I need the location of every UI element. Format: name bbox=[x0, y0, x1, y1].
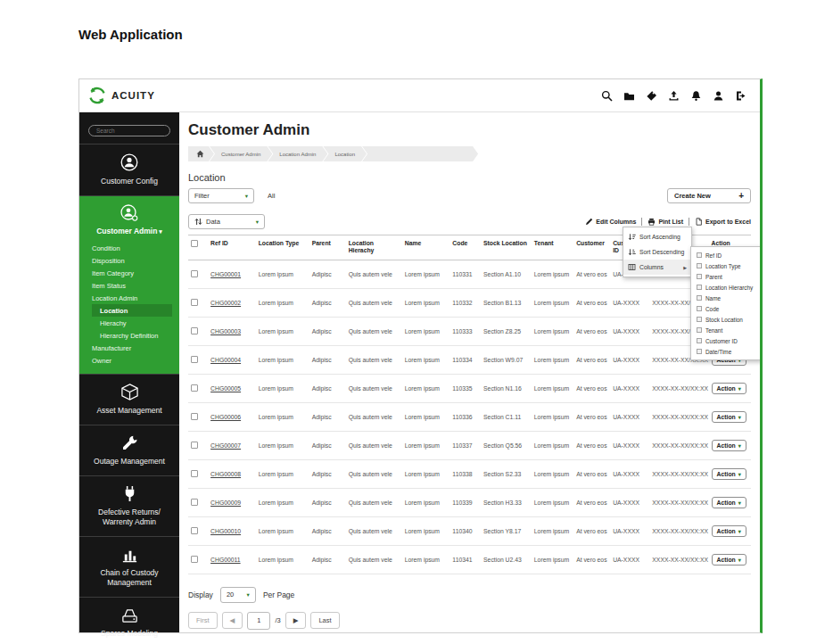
folder-icon[interactable] bbox=[623, 90, 635, 102]
sidebar-item-chain-of-custody[interactable]: Chain of Custody Management bbox=[79, 537, 179, 597]
per-page-label: Per Page bbox=[263, 590, 294, 599]
action-dropdown[interactable]: Action bbox=[712, 468, 746, 480]
ref-id-link[interactable]: CHG00007 bbox=[210, 442, 241, 449]
sidebar-item-location-admin[interactable]: Location Admin bbox=[92, 292, 179, 304]
action-dropdown[interactable]: Action bbox=[712, 554, 746, 566]
logout-icon[interactable] bbox=[735, 90, 746, 102]
menu-item-sort-ascending[interactable]: Sort Ascending bbox=[623, 229, 691, 244]
column-checkbox[interactable] bbox=[697, 349, 702, 354]
create-new-button[interactable]: Create New + bbox=[667, 188, 751, 203]
submenu-column-item[interactable]: Parent bbox=[691, 271, 760, 282]
submenu-column-item[interactable]: Location Hierarchy bbox=[691, 282, 760, 293]
row-checkbox[interactable] bbox=[191, 384, 198, 392]
row-checkbox[interactable] bbox=[191, 327, 198, 334]
column-checkbox[interactable] bbox=[697, 263, 702, 268]
last-page-button[interactable]: Last bbox=[310, 612, 339, 629]
row-checkbox[interactable] bbox=[191, 556, 198, 563]
sidebar-item-disposition[interactable]: Disposition bbox=[92, 254, 179, 267]
page-number-input[interactable] bbox=[247, 612, 270, 630]
ref-id-link[interactable]: CHG00008 bbox=[210, 471, 241, 477]
column-checkbox[interactable] bbox=[697, 285, 702, 290]
row-checkbox[interactable] bbox=[191, 499, 198, 506]
row-checkbox[interactable] bbox=[191, 413, 198, 420]
filter-select[interactable]: Filter bbox=[188, 188, 254, 203]
ref-id-link[interactable]: CHG00009 bbox=[210, 500, 241, 506]
submenu-column-item[interactable]: Tenant bbox=[691, 325, 760, 335]
sidebar-item-hierachy[interactable]: Hierachy bbox=[92, 317, 179, 329]
column-checkbox[interactable] bbox=[697, 327, 702, 333]
prev-page-button[interactable]: ◀ bbox=[222, 612, 243, 629]
ref-id-link[interactable]: CHG00002 bbox=[210, 300, 241, 306]
cell-name: Lorem ipsum bbox=[402, 260, 450, 288]
row-checkbox[interactable] bbox=[191, 270, 198, 277]
select-all-checkbox[interactable] bbox=[191, 240, 198, 247]
row-checkbox[interactable] bbox=[191, 442, 198, 449]
bell-icon[interactable] bbox=[690, 90, 702, 102]
sidebar-item-location[interactable]: Location bbox=[92, 304, 172, 317]
sidebar-item-spares-modeling[interactable]: Spares Modeling bbox=[79, 598, 179, 644]
tag-icon[interactable] bbox=[646, 90, 657, 102]
column-checkbox[interactable] bbox=[697, 274, 702, 279]
row-checkbox[interactable] bbox=[191, 356, 198, 363]
ref-id-link[interactable]: CHG00001 bbox=[210, 271, 241, 277]
row-checkbox[interactable] bbox=[191, 470, 198, 477]
row-checkbox[interactable] bbox=[191, 527, 198, 534]
ref-id-link[interactable]: CHG00011 bbox=[210, 557, 241, 563]
submenu-column-item[interactable]: Code bbox=[691, 303, 760, 314]
sidebar-item-item-category[interactable]: Item Category bbox=[92, 267, 179, 279]
first-page-button[interactable]: First bbox=[188, 612, 218, 629]
cell-name: Lorem ipsum bbox=[402, 488, 450, 516]
sidebar-item-outage-management[interactable]: Outage Management bbox=[79, 425, 179, 475]
next-page-button[interactable]: ▶ bbox=[285, 612, 307, 629]
sidebar-item-manufacturer[interactable]: Manufacturer bbox=[92, 342, 179, 354]
sidebar-item-defective-returns[interactable]: Defective Returns/ Warrenty Admin bbox=[79, 476, 179, 536]
per-page-select[interactable]: 20 bbox=[220, 587, 256, 603]
upload-icon[interactable] bbox=[668, 90, 680, 102]
sidebar-item-label: Outage Management bbox=[94, 457, 165, 466]
menu-item-columns[interactable]: Columns bbox=[623, 260, 691, 275]
submenu-column-item[interactable]: Customer ID bbox=[691, 335, 760, 346]
print-list-button[interactable]: Pint List bbox=[647, 218, 683, 226]
edit-columns-button[interactable]: Edit Columns bbox=[585, 218, 636, 226]
sidebar-item-customer-admin[interactable]: Customer Admin bbox=[79, 196, 179, 240]
sidebar-item-owner[interactable]: Owner bbox=[92, 354, 179, 367]
action-dropdown[interactable]: Action bbox=[712, 383, 746, 394]
submenu-column-item[interactable]: Date/Time bbox=[691, 346, 760, 357]
user-icon[interactable] bbox=[713, 90, 724, 102]
column-checkbox[interactable] bbox=[697, 317, 702, 322]
sidebar-item-customer-config[interactable]: Customer Config bbox=[79, 144, 179, 195]
breadcrumb-customer-admin[interactable]: Customer Admin bbox=[210, 146, 272, 161]
submenu-column-item[interactable]: Location Type bbox=[691, 260, 760, 271]
data-select[interactable]: Data bbox=[188, 214, 265, 229]
sidebar-item-asset-management[interactable]: Asset Management bbox=[79, 375, 179, 425]
row-checkbox[interactable] bbox=[191, 299, 198, 306]
column-checkbox[interactable] bbox=[697, 338, 702, 343]
ref-id-link[interactable]: CHG00005 bbox=[210, 385, 241, 392]
column-checkbox[interactable] bbox=[697, 252, 702, 258]
cell-location-type: Lorem ipsum bbox=[256, 516, 309, 545]
submenu-column-item[interactable]: Name bbox=[691, 293, 760, 303]
breadcrumb-location[interactable]: Location bbox=[323, 146, 367, 161]
export-excel-button[interactable]: Export to Excel bbox=[695, 218, 751, 226]
breadcrumb-location-admin[interactable]: Location Admin bbox=[268, 146, 327, 161]
column-checkbox[interactable] bbox=[697, 295, 702, 301]
ref-id-link[interactable]: CHG00003 bbox=[210, 328, 241, 334]
ref-id-link[interactable]: CHG00010 bbox=[210, 528, 241, 534]
ref-id-link[interactable]: CHG00004 bbox=[210, 357, 241, 363]
sidebar-item-hierarchy-definition[interactable]: Hierarchy Definition bbox=[92, 329, 179, 342]
submenu-column-item[interactable]: Stock Location bbox=[691, 314, 760, 325]
action-dropdown[interactable]: Action bbox=[712, 440, 746, 451]
breadcrumb-home[interactable] bbox=[188, 146, 214, 161]
menu-item-sort-descending[interactable]: Sort Descending bbox=[623, 244, 691, 260]
cell-name: Lorem ipsum bbox=[402, 345, 450, 374]
ref-id-link[interactable]: CHG00006 bbox=[210, 414, 241, 420]
sidebar-search-input[interactable] bbox=[88, 125, 170, 136]
column-checkbox[interactable] bbox=[697, 306, 702, 311]
action-dropdown[interactable]: Action bbox=[712, 497, 746, 508]
action-dropdown[interactable]: Action bbox=[712, 525, 746, 537]
sidebar-item-condition[interactable]: Condition bbox=[92, 242, 179, 254]
submenu-column-item[interactable]: Ref ID bbox=[691, 250, 760, 260]
action-dropdown[interactable]: Action bbox=[712, 411, 746, 423]
sidebar-item-item-status[interactable]: Item Status bbox=[92, 279, 179, 292]
search-icon[interactable] bbox=[601, 90, 613, 102]
